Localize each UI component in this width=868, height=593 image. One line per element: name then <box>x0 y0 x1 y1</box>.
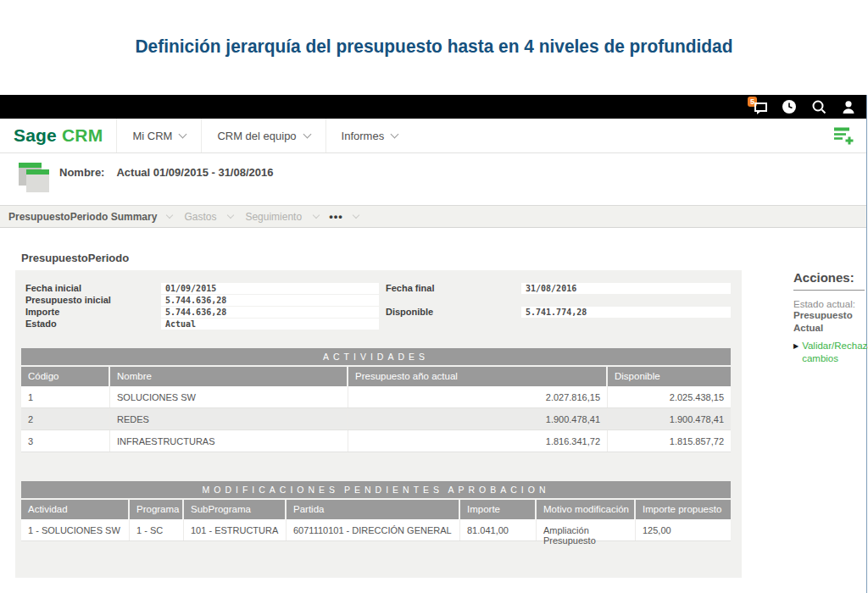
profile-button[interactable] <box>841 99 856 114</box>
field-label-fecha-inicial: Fecha inicial <box>25 283 161 293</box>
field-value-disponible: 5.741.774,28 <box>521 307 731 318</box>
field-label-presupuesto-inicial: Presupuesto inicial <box>25 295 161 305</box>
field-row: Fecha inicial 01/09/2015 Fecha final 31/… <box>25 282 742 294</box>
cell-codigo-link[interactable]: 2 <box>21 408 110 430</box>
column-header-partida: Partida <box>287 500 460 519</box>
cell-nombre: SOLUCIONES SW <box>110 386 348 407</box>
actividades-table: ACTIVIDADES Código Nombre Presupuesto añ… <box>21 348 731 452</box>
validar-rechazar-link[interactable]: Validar/Rechazar cambios <box>802 340 868 365</box>
summary-panel: Fecha inicial 01/09/2015 Fecha final 31/… <box>15 270 742 578</box>
section-title: PresupuestoPeriodo <box>21 252 129 264</box>
field-row: Estado Actual <box>25 318 742 330</box>
menu-mi-crm[interactable]: Mi CRM <box>116 119 201 152</box>
field-value-fecha-final: 31/08/2016 <box>521 283 731 294</box>
detail-fields: Fecha inicial 01/09/2015 Fecha final 31/… <box>15 270 742 330</box>
estado-actual-label: Estado actual: <box>793 299 865 309</box>
column-header-subprograma: SubPrograma <box>184 500 287 519</box>
estado-actual-value: Presupuesto Actual <box>793 309 865 335</box>
field-value-importe: 5.744.636,28 <box>161 307 379 318</box>
acciones-sidebar: Acciones: Estado actual: Presupuesto Act… <box>793 270 865 365</box>
chevron-down-icon <box>179 130 187 138</box>
tab-separator-icon <box>166 212 173 219</box>
search-button[interactable] <box>811 99 826 114</box>
user-icon <box>841 99 856 114</box>
table-row: 1 SOLUCIONES SW 2.027.816,15 2.025.438,1… <box>21 386 731 408</box>
app-window: 5 Sage CRM Mi CRM <box>0 95 867 593</box>
field-value-estado: Actual <box>161 319 379 330</box>
column-header-importe-propuesto: Importe propuesto <box>636 500 731 519</box>
recent-list-button[interactable] <box>782 99 797 114</box>
field-label-estado: Estado <box>25 319 161 329</box>
field-label-disponible: Disponible <box>386 307 521 317</box>
top-black-bar: 5 <box>0 95 866 119</box>
field-row: Presupuesto inicial 5.744.636,28 <box>25 294 742 306</box>
table-row: 3 INFRAESTRUCTURAS 1.816.341,72 1.815.85… <box>21 430 731 452</box>
clock-icon <box>782 99 797 114</box>
actividades-table-title: ACTIVIDADES <box>21 348 731 365</box>
chat-icon <box>754 103 767 112</box>
menu-label: CRM del equipo <box>217 130 296 142</box>
cell-disponible: 1.815.857,72 <box>608 430 731 452</box>
arrow-right-icon: ▶ <box>793 342 798 365</box>
table-row: 2 REDES 1.900.478,41 1.900.478,41 <box>21 408 731 430</box>
column-header-importe: Importe <box>460 500 537 519</box>
tab-separator-icon <box>227 212 234 219</box>
record-name-label: Nombre: <box>59 166 104 179</box>
field-row: Importe 5.744.636,28 Disponible 5.741.77… <box>25 306 742 318</box>
cell-codigo-link[interactable]: 3 <box>21 430 110 452</box>
tab-gastos[interactable]: Gastos <box>174 211 226 223</box>
tab-more[interactable]: ••• <box>320 210 352 223</box>
chevron-down-icon <box>303 130 311 138</box>
cell-motivo: Ampliación Presupuesto <box>537 519 636 540</box>
cell-presupuesto: 2.027.816,15 <box>348 386 608 407</box>
record-context-bar: Nombre:Actual 01/09/2015 - 31/08/2016 <box>0 153 866 205</box>
tab-seguimiento[interactable]: Seguimiento <box>235 211 312 223</box>
modificaciones-table: MODIFICACIONES PENDIENTES APROBACION Act… <box>21 481 731 541</box>
brand-sage: Sage <box>14 125 57 146</box>
tab-bar: PresupuestoPeriodo Summary Gastos Seguim… <box>0 205 866 228</box>
tab-separator-icon <box>353 212 359 219</box>
budget-document-icon <box>17 161 54 197</box>
cell-presupuesto: 1.900.478,41 <box>348 408 608 430</box>
tab-separator-icon <box>313 212 320 219</box>
cell-actividad: 1 - SOLUCIONES SW <box>21 519 130 540</box>
field-value-presupuesto-inicial: 5.744.636,28 <box>161 295 379 306</box>
cell-nombre: REDES <box>110 408 348 430</box>
cell-disponible: 2.025.438,15 <box>608 386 731 407</box>
main-content: PresupuestoPeriodo Fecha inicial 01/09/2… <box>0 228 866 593</box>
acciones-title: Acciones: <box>793 270 865 291</box>
column-header-actividad: Actividad <box>21 500 130 519</box>
column-header-disponible: Disponible <box>608 367 731 386</box>
page-title: Definición jerarquía del presupuesto has… <box>22 36 847 58</box>
search-icon <box>811 99 826 114</box>
modificaciones-header-row: Actividad Programa SubPrograma Partida I… <box>21 500 731 519</box>
chevron-down-icon <box>391 130 399 138</box>
cell-codigo-link[interactable]: 1 <box>21 386 110 407</box>
add-note-icon[interactable] <box>832 126 854 146</box>
cell-disponible: 1.900.478,41 <box>608 408 731 430</box>
cell-importe-propuesto: 125,00 <box>636 519 731 540</box>
field-label-importe: Importe <box>25 307 161 317</box>
menu-crm-del-equipo[interactable]: CRM del equipo <box>201 119 325 152</box>
cell-presupuesto: 1.816.341,72 <box>348 430 608 452</box>
validar-rechazar-action[interactable]: ▶ Validar/Rechazar cambios <box>793 340 865 365</box>
main-navbar: Sage CRM Mi CRM CRM del equipo Informes <box>0 119 866 153</box>
cell-nombre: INFRAESTRUCTURAS <box>110 430 348 452</box>
brand-crm: CRM <box>62 125 103 146</box>
menu-label: Informes <box>342 130 385 142</box>
sage-crm-logo[interactable]: Sage CRM <box>0 119 116 152</box>
modificaciones-table-title: MODIFICACIONES PENDIENTES APROBACION <box>21 481 731 498</box>
notifications-button[interactable]: 5 <box>754 103 767 112</box>
column-header-codigo: Código <box>21 367 110 386</box>
notepad-front-icon <box>26 169 49 192</box>
table-row: 1 - SOLUCIONES SW 1 - SC 101 - ESTRUCTUR… <box>21 519 731 541</box>
menu-label: Mi CRM <box>132 130 172 142</box>
cell-importe: 81.041,00 <box>460 519 537 540</box>
column-header-nombre: Nombre <box>110 367 348 386</box>
cell-partida: 6071110101 - DIRECCIÓN GENERAL <box>287 519 460 540</box>
menu-informes[interactable]: Informes <box>326 119 414 152</box>
cell-subprograma: 101 - ESTRUCTURA <box>184 519 287 540</box>
tab-presupuestoperiodo-summary[interactable]: PresupuestoPeriodo Summary <box>0 211 165 223</box>
column-header-motivo: Motivo modificación <box>537 500 636 519</box>
field-value-fecha-inicial: 01/09/2015 <box>161 283 379 294</box>
